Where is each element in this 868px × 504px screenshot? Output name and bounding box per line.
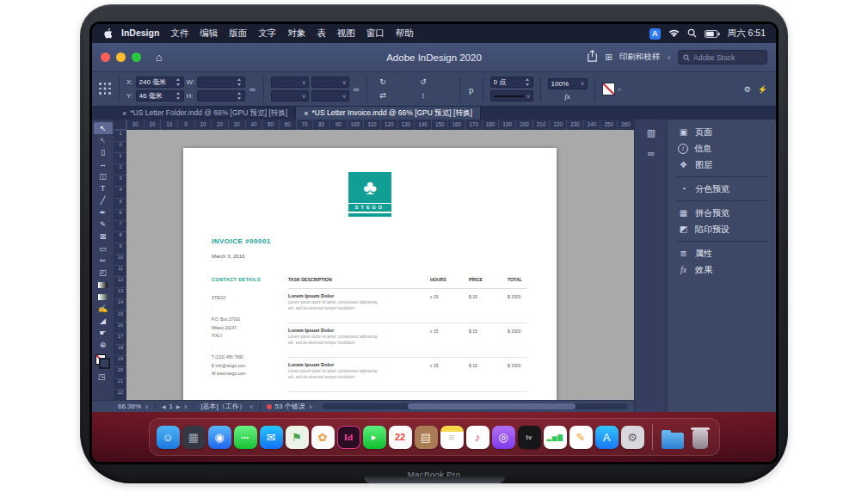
width-field[interactable] [197, 77, 245, 88]
pasteboard[interactable]: ♣ STEGO INVOICE #00001 March 3, 2016 CON… [126, 130, 634, 400]
maps-icon[interactable]: ⚑ [286, 426, 309, 449]
trap-presets-panel[interactable]: ◩ 陷印预设 [668, 221, 776, 237]
pencil-tool[interactable]: ✎ [94, 218, 113, 230]
pen-tool[interactable]: ✒ [94, 206, 113, 218]
fill-none-swatch[interactable] [602, 83, 615, 95]
next-page-button[interactable]: ▶ [176, 403, 181, 409]
scale-y-field[interactable]: ∨ [271, 90, 309, 101]
height-field[interactable] [197, 90, 245, 101]
menu-item[interactable]: 表 [317, 28, 326, 40]
apple-menu-icon[interactable] [102, 28, 113, 40]
rotate-90-cw-button[interactable]: ↻ [374, 77, 391, 88]
appstore-icon[interactable]: A [595, 426, 619, 449]
ruler-origin[interactable] [114, 120, 126, 130]
vertical-ruler[interactable]: 1012345678910111213141516171819202122 [114, 130, 126, 400]
stroke-swatch[interactable] [99, 358, 110, 369]
stroke-type-dropdown[interactable]: ∨ [490, 90, 533, 101]
close-tab-icon[interactable]: × [122, 109, 126, 118]
menu-item[interactable]: 对象 [287, 28, 305, 40]
scrollbar-thumb[interactable] [408, 403, 575, 409]
flattener-preview-panel[interactable]: ▦ 拼合预览 [668, 205, 776, 221]
numbers-icon[interactable]: ▂▅▇ [544, 426, 567, 449]
rectangle-tool[interactable]: ▭ [94, 243, 113, 255]
fill-stroke-swatches[interactable] [95, 354, 110, 369]
tab-us-letter-invoice[interactable]: × *US Letter Invoice.indd @ 66% [GPU 预览]… [296, 107, 481, 120]
horizontal-ruler[interactable]: 3020100102030405060708090100110120130140… [126, 120, 634, 130]
podcasts-icon[interactable]: ◎ [492, 426, 515, 449]
settings-icon[interactable]: ⚙ [621, 426, 644, 449]
rotation-angle-field[interactable]: ∨ [311, 77, 349, 88]
menu-item[interactable]: 文字 [258, 28, 276, 40]
gap-tool[interactable]: ↔ [94, 158, 113, 170]
constrain-scale-icon[interactable]: ∞ [354, 85, 359, 94]
stepper-icon[interactable] [237, 78, 243, 86]
p-button[interactable]: p [467, 84, 476, 95]
safari-icon[interactable]: ◉ [208, 426, 231, 449]
document-page[interactable]: ♣ STEGO INVOICE #00001 March 3, 2016 CON… [183, 148, 557, 400]
note-tool[interactable]: ✍ [94, 303, 113, 315]
selection-tool[interactable]: ↖ [94, 122, 113, 134]
tv-icon[interactable]: tv [518, 426, 541, 449]
pages-panel[interactable]: ▣ 页面 [668, 124, 776, 140]
panel-divider[interactable] [676, 200, 767, 201]
quick-apply-icon[interactable]: ⚡ [756, 85, 769, 94]
effects-button[interactable]: fx [548, 92, 588, 101]
menu-item[interactable]: 版面 [229, 28, 247, 40]
zoom-level[interactable]: 66.36% [118, 403, 141, 410]
scissors-tool[interactable]: ✂ [94, 255, 113, 267]
stock-search-field[interactable]: Adobe Stock [678, 50, 767, 65]
workspace-switcher[interactable]: 印刷和校样 [619, 52, 661, 63]
x-position-field[interactable]: 240 毫米 [136, 77, 184, 88]
preflight-errors[interactable]: 53 个错误 [275, 402, 305, 411]
mail-icon[interactable]: ✉ [260, 426, 283, 449]
messages-icon[interactable]: ••• [234, 426, 257, 449]
launchpad-icon[interactable]: ▦ [182, 426, 206, 449]
wifi-icon[interactable] [668, 26, 680, 41]
opacity-field[interactable]: 100%∨ [548, 78, 588, 89]
y-position-field[interactable]: 46 毫米 [136, 90, 184, 101]
menu-item[interactable]: 帮助 [396, 28, 414, 40]
effects-panel[interactable]: fx 效果 [668, 261, 776, 278]
share-icon[interactable] [587, 50, 598, 65]
notes-icon[interactable]: ≡ [440, 426, 464, 449]
previous-page-button[interactable]: ◀ [162, 403, 166, 409]
scale-x-field[interactable]: ∨ [271, 77, 309, 88]
content-collector-tool[interactable]: ◫ [94, 170, 113, 182]
contacts-icon[interactable]: ▤ [415, 426, 438, 449]
window-zoom-button[interactable] [132, 52, 141, 62]
screen-mode-button[interactable]: ◳ [92, 371, 111, 383]
calendar-icon[interactable]: 22 [389, 426, 412, 449]
window-title-bar[interactable]: ⌂ Adobe InDesign 2020 ⊞ 印刷和校样 ∨ Adobe St… [92, 43, 776, 72]
menu-item[interactable]: InDesign [121, 28, 159, 40]
page-number-field[interactable]: 1 [169, 403, 173, 410]
finder-icon[interactable]: ☺ [157, 426, 180, 449]
gradient-feather-tool[interactable] [94, 291, 113, 303]
facetime-icon[interactable]: ▶ [363, 426, 386, 449]
line-tool[interactable]: ╱ [94, 194, 113, 206]
rectangle-frame-tool[interactable]: ⊠ [94, 230, 113, 243]
menu-item[interactable]: 窗口 [366, 28, 385, 40]
music-icon[interactable]: ♪ [466, 426, 489, 449]
properties-panel[interactable]: ≣ 属性 [668, 245, 776, 261]
home-button[interactable]: ⌂ [156, 51, 163, 64]
panel-divider[interactable] [676, 241, 767, 242]
window-minimize-button[interactable] [116, 52, 126, 62]
menu-clock[interactable]: 周六 6:51 [728, 28, 766, 40]
menu-item[interactable]: 视图 [337, 28, 355, 40]
stepper-icon[interactable] [237, 92, 243, 100]
spotlight-search-icon[interactable] [687, 26, 697, 41]
stepper-icon[interactable] [175, 78, 182, 86]
photos-icon[interactable]: ✿ [311, 426, 335, 449]
flip-vertical-button[interactable]: ↕ [415, 90, 432, 101]
pages-icon[interactable]: ✎ [569, 426, 593, 449]
eyedropper-tool[interactable]: ◢ [94, 315, 113, 327]
stroke-weight-field[interactable]: 0 点 [490, 77, 533, 88]
menu-item[interactable]: 文件 [170, 28, 188, 40]
trash-icon[interactable] [688, 425, 712, 449]
panel-divider[interactable] [676, 176, 767, 177]
zoom-tool[interactable]: ⊕ [94, 339, 113, 351]
type-tool[interactable]: T [94, 182, 113, 194]
menu-item[interactable]: 编辑 [200, 28, 218, 40]
constrain-dimensions-icon[interactable]: ∞ [249, 85, 255, 94]
links-panel-icon[interactable]: ∞ [642, 145, 661, 161]
